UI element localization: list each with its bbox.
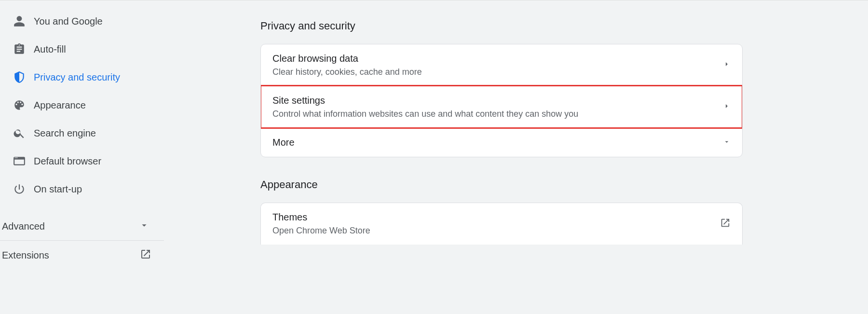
row-subtitle: Clear history, cookies, cache and more [272, 67, 422, 77]
section-heading-appearance: Appearance [260, 178, 743, 191]
extensions-label: Extensions [2, 250, 49, 261]
sidebar-item-label: Search engine [34, 128, 96, 139]
row-title: Site settings [272, 95, 578, 106]
row-title: Themes [272, 212, 370, 223]
clipboard-icon [5, 43, 34, 55]
sidebar-item-label: On start-up [34, 184, 82, 195]
sidebar-item-label: Appearance [34, 100, 86, 111]
sidebar-item-auto-fill[interactable]: Auto-fill [0, 35, 164, 63]
sidebar: You and Google Auto-fill Privacy and sec… [0, 0, 164, 314]
sidebar-item-label: You and Google [34, 16, 103, 27]
row-clear-browsing-data[interactable]: Clear browsing data Clear history, cooki… [261, 44, 742, 86]
row-subtitle: Control what information websites can us… [272, 109, 578, 119]
settings-page: You and Google Auto-fill Privacy and sec… [0, 0, 868, 314]
sidebar-item-label: Default browser [34, 156, 101, 167]
arrow-right-icon [723, 102, 731, 112]
sidebar-item-appearance[interactable]: Appearance [0, 91, 164, 119]
sidebar-item-you-and-google[interactable]: You and Google [0, 7, 164, 35]
sidebar-item-search-engine[interactable]: Search engine [0, 119, 164, 147]
appearance-card: Themes Open Chrome Web Store [260, 203, 743, 245]
advanced-toggle[interactable]: Advanced [0, 213, 164, 241]
row-themes[interactable]: Themes Open Chrome Web Store [261, 203, 742, 245]
row-texts: Site settings Control what information w… [272, 95, 578, 119]
privacy-card: Clear browsing data Clear history, cooki… [260, 44, 743, 157]
sidebar-item-on-start-up[interactable]: On start-up [0, 175, 164, 203]
row-texts: Clear browsing data Clear history, cooki… [272, 53, 422, 77]
row-title: More [272, 137, 295, 148]
open-in-new-icon [720, 218, 731, 230]
search-icon [5, 127, 34, 139]
open-in-new-icon [140, 248, 151, 262]
advanced-label: Advanced [2, 221, 45, 232]
main-content: Privacy and security Clear browsing data… [164, 0, 868, 314]
chevron-down-icon [139, 220, 149, 233]
sidebar-item-extensions[interactable]: Extensions [0, 241, 164, 270]
row-texts: Themes Open Chrome Web Store [272, 212, 370, 236]
row-site-settings[interactable]: Site settings Control what information w… [261, 86, 742, 128]
row-more[interactable]: More [261, 128, 742, 157]
sidebar-item-default-browser[interactable]: Default browser [0, 147, 164, 175]
chevron-down-icon [723, 138, 731, 148]
row-subtitle: Open Chrome Web Store [272, 226, 370, 236]
browser-icon [5, 155, 34, 167]
sidebar-item-privacy-and-security[interactable]: Privacy and security [0, 63, 164, 91]
arrow-right-icon [723, 60, 731, 70]
palette-icon [5, 99, 34, 111]
sidebar-item-label: Auto-fill [34, 44, 66, 55]
person-icon [5, 15, 34, 27]
row-title: Clear browsing data [272, 53, 422, 64]
sidebar-item-label: Privacy and security [34, 72, 120, 83]
shield-icon [5, 71, 34, 83]
power-icon [5, 183, 34, 195]
row-texts: More [272, 137, 295, 148]
section-heading-privacy: Privacy and security [260, 20, 743, 32]
